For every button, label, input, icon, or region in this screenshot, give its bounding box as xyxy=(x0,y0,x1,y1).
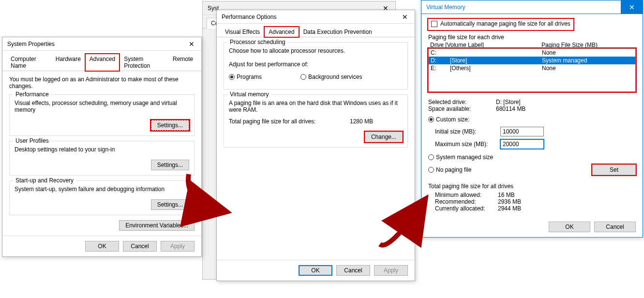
cancel-button[interactable]: Cancel xyxy=(336,265,370,276)
profiles-settings-button[interactable]: Settings... xyxy=(151,160,189,170)
vm-desc: A paging file is an area on the hard dis… xyxy=(229,100,403,113)
sysprops-body: You must be logged on as an Administrato… xyxy=(2,71,201,236)
virtual-memory-group: Virtual memory A paging file is an area … xyxy=(224,94,408,148)
radio-system-managed[interactable]: System managed size xyxy=(428,154,493,161)
tab-advanced[interactable]: Advanced xyxy=(85,54,120,71)
radio-custom-size[interactable]: Custom size: xyxy=(428,116,469,123)
min-label: Minimum allowed: xyxy=(435,192,498,198)
rec-label: Recommended: xyxy=(435,198,498,205)
set-button[interactable]: Set xyxy=(592,164,636,175)
drive-list[interactable]: C: None D: [Store] System managed E: [Ot… xyxy=(428,48,636,92)
no-paging-label: No paging file xyxy=(436,166,471,173)
tab-remote[interactable]: Remote xyxy=(168,54,197,71)
radio-programs-label: Programs xyxy=(237,74,262,80)
vm-button-row: OK Cancel xyxy=(421,217,643,237)
totals-section: Total paging file size for all drives Mi… xyxy=(428,183,636,212)
drives-title: Paging file size for each drive xyxy=(428,34,636,41)
vm-total-value: 1280 MB xyxy=(350,118,373,125)
auto-manage-label: Automatically manage paging file size fo… xyxy=(440,20,570,27)
cur-value: 2944 MB xyxy=(498,205,521,212)
custom-label: Custom size: xyxy=(436,116,469,123)
radio-bg-label: Background services xyxy=(308,74,362,80)
processor-scheduling-group: Processor scheduling Choose how to alloc… xyxy=(224,42,408,89)
vm-dialog-title: Virtual Memory xyxy=(426,4,465,11)
perfopts-button-row: OK Cancel Apply xyxy=(217,260,415,281)
cancel-button[interactable]: Cancel xyxy=(123,241,157,252)
sysprops-titlebar: System Properties ✕ xyxy=(2,37,201,51)
profiles-group-title: User Profiles xyxy=(14,137,51,144)
drive-row[interactable]: C: None xyxy=(429,49,635,57)
apply-button[interactable]: Apply xyxy=(161,241,195,252)
radio-programs[interactable]: Programs xyxy=(229,74,262,80)
drive-row[interactable]: E: [Others] None xyxy=(429,64,635,72)
drive-row[interactable]: D: [Store] System managed xyxy=(429,57,635,64)
env-vars-button[interactable]: Environment Variables... xyxy=(119,220,195,231)
close-icon[interactable]: ✕ xyxy=(621,0,643,14)
sel-drive-label: Selected drive: xyxy=(428,99,496,105)
initial-size-input[interactable] xyxy=(500,127,544,136)
startup-group-title: Start-up and Recovery xyxy=(14,177,75,184)
performance-options-dialog: Performance Options ✕ Visual Effects Adv… xyxy=(216,10,415,281)
user-profiles-group: User Profiles Desktop settings related t… xyxy=(9,141,195,176)
tab-system-protection[interactable]: System Protection xyxy=(120,54,168,71)
sys-managed-label: System managed size xyxy=(436,154,493,161)
auto-manage-checkbox[interactable]: Automatically manage paging file size fo… xyxy=(431,20,570,27)
performance-settings-button[interactable]: Settings... xyxy=(151,120,189,131)
max-label: Maximum size (MB): xyxy=(435,141,500,148)
init-label: Initial size (MB): xyxy=(435,128,500,135)
performance-desc: Visual effects, processor scheduling, me… xyxy=(15,100,189,113)
hdr-size: Paging File Size (MB) xyxy=(541,42,598,48)
sched-desc: Choose how to allocate processor resourc… xyxy=(229,47,403,54)
admin-note: You must be logged on as an Administrato… xyxy=(9,76,195,89)
perfopts-body: Processor scheduling Choose how to alloc… xyxy=(217,37,415,260)
drives-section: Paging file size for each drive Drive [V… xyxy=(428,34,636,92)
vm-body: Automatically manage paging file size fo… xyxy=(421,14,643,217)
vm-title: Virtual memory xyxy=(228,91,270,98)
startup-group: Start-up and Recovery System start-up, s… xyxy=(9,180,195,215)
maximum-size-input[interactable] xyxy=(500,139,544,149)
hdr-drive: Drive [Volume Label] xyxy=(430,42,541,48)
ok-button[interactable]: OK xyxy=(549,222,590,232)
vm-titlebar: Virtual Memory ✕ xyxy=(421,0,643,14)
space-label: Space available: xyxy=(428,105,496,112)
tab-dep[interactable]: Data Execution Prevention xyxy=(299,27,376,37)
virtual-memory-dialog: Virtual Memory ✕ Automatically manage pa… xyxy=(421,0,643,238)
rec-value: 2936 MB xyxy=(498,198,521,205)
performance-group: Performance Visual effects, processor sc… xyxy=(9,94,195,136)
startup-settings-button[interactable]: Settings... xyxy=(151,199,189,210)
space-value: 680114 MB xyxy=(496,105,525,112)
total-title: Total paging file size for all drives xyxy=(428,183,636,190)
cancel-button[interactable]: Cancel xyxy=(594,222,636,232)
radio-background-services[interactable]: Background services xyxy=(300,74,362,80)
sysprops-tabs: Computer Name Hardware Advanced System P… xyxy=(2,51,201,71)
tab-computer-name[interactable]: Computer Name xyxy=(6,54,51,71)
perfopts-tabs: Visual Effects Advanced Data Execution P… xyxy=(217,24,415,37)
startup-desc: System start-up, system failure and debu… xyxy=(15,186,189,193)
perfopts-titlebar: Performance Options ✕ xyxy=(217,10,415,24)
tab-visual-effects[interactable]: Visual Effects xyxy=(221,27,264,37)
close-icon[interactable]: ✕ xyxy=(182,38,201,50)
radio-no-paging[interactable]: No paging file xyxy=(428,166,471,173)
profiles-desc: Desktop settings related to your sign-in xyxy=(15,146,189,153)
min-value: 16 MB xyxy=(498,192,515,198)
apply-button[interactable]: Apply xyxy=(374,265,408,276)
checkbox-icon xyxy=(431,21,437,27)
tab-hardware[interactable]: Hardware xyxy=(51,54,85,71)
sched-title: Processor scheduling xyxy=(228,39,287,45)
performance-group-title: Performance xyxy=(14,91,51,98)
vm-total-label: Total paging file size for all drives: xyxy=(229,118,350,125)
system-properties-dialog: System Properties ✕ Computer Name Hardwa… xyxy=(2,37,202,257)
close-icon[interactable]: ✕ xyxy=(395,11,415,23)
tab-advanced[interactable]: Advanced xyxy=(264,27,299,37)
ok-button[interactable]: OK xyxy=(299,265,332,276)
perfopts-title: Performance Options xyxy=(222,14,276,20)
sysprops-button-row: OK Cancel Apply xyxy=(2,236,201,256)
sel-drive-value: D: [Store] xyxy=(496,99,521,105)
cur-label: Currently allocated: xyxy=(435,205,498,212)
change-button[interactable]: Change... xyxy=(365,132,403,142)
ok-button[interactable]: OK xyxy=(85,241,119,252)
sched-adjust: Adjust for best performance of: xyxy=(229,61,403,68)
sysprops-title: System Properties xyxy=(7,41,55,47)
